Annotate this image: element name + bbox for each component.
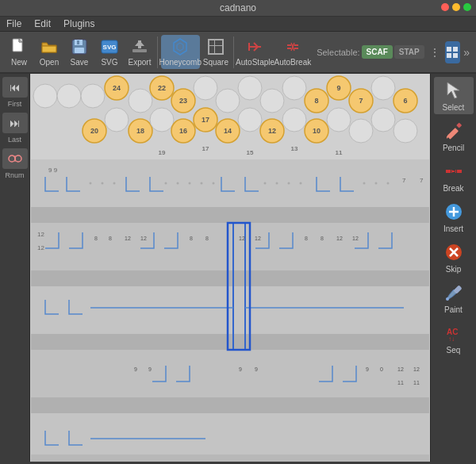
hc-empty-9 (282, 76, 306, 100)
svg-rect-43 (447, 128, 459, 140)
svg-rect-21 (453, 47, 458, 52)
autobreak-label: AutoBreak (274, 58, 312, 67)
svg-point-36 (276, 182, 278, 185)
menu-plugins[interactable]: Plugins (63, 18, 94, 29)
export-button[interactable]: Export (125, 35, 154, 69)
scaf-button[interactable]: SCAF (362, 45, 393, 59)
new-button[interactable]: New (5, 35, 33, 69)
pencil-tool-button[interactable]: Pencil (434, 117, 474, 155)
selectable-label: Selectable: (317, 48, 359, 57)
save-button[interactable]: Save (65, 35, 94, 69)
autobreak-button[interactable]: AutoBreak (275, 35, 311, 69)
hc-24-label: 24 (113, 84, 121, 92)
close-button[interactable] (441, 3, 449, 11)
svg-point-24 (9, 155, 15, 162)
paint-tool-button[interactable]: Paint (434, 279, 474, 316)
svg-rect-20 (447, 47, 451, 52)
num-r2-4: 12 (140, 236, 147, 241)
hc-empty-6 (216, 89, 240, 113)
hc-empty-16 (349, 119, 373, 143)
pencil-icon (443, 120, 465, 142)
first-button[interactable]: ⏮ (2, 77, 28, 98)
svg-rect-22 (447, 53, 451, 58)
paint-icon (443, 282, 465, 304)
pencil-label: Pencil (443, 144, 464, 152)
break-tool-button[interactable]: Break (434, 158, 474, 195)
num-r2-8: 12 (255, 236, 261, 241)
rnum-button[interactable] (2, 148, 28, 169)
row-4-divider (31, 397, 429, 413)
maximize-button[interactable] (463, 3, 471, 11)
export-label: Export (129, 58, 152, 67)
num-r4-1: 9 (134, 366, 137, 372)
hc-empty-10 (371, 76, 395, 100)
skip-label: Skip (446, 265, 461, 274)
svg-point-32 (189, 182, 191, 185)
svg-icon: SVG (100, 37, 119, 56)
svg-point-41 (387, 182, 390, 185)
hc-empty-15 (327, 108, 351, 132)
hc-empty-8 (260, 89, 284, 113)
square-icon (206, 37, 225, 56)
new-icon (10, 37, 29, 56)
seq-tool-button[interactable]: AC ↑↓ Seq (434, 320, 474, 357)
coord-label-2a: 12 (37, 231, 44, 238)
rnum-icon (6, 150, 24, 167)
insert-icon (443, 201, 465, 223)
skip-tool-button[interactable]: Skip (434, 239, 474, 276)
svg-marker-14 (174, 39, 186, 55)
left-panel: ⏮ First ⏭ Last Rnum (0, 74, 30, 462)
row-5-bg (31, 413, 429, 462)
canvas-area[interactable]: 24 22 23 8 9 7 6 20 1 (30, 74, 430, 462)
autobreak-icon (283, 37, 302, 56)
honeycomb-button[interactable]: Honeycomb (161, 35, 200, 69)
menu-file[interactable]: File (6, 18, 21, 29)
num-r4-9: 11 (397, 380, 404, 385)
svg-point-58 (446, 297, 449, 301)
svg-rect-8 (77, 40, 79, 44)
menu-edit[interactable]: Edit (34, 18, 51, 29)
svg-point-29 (113, 182, 116, 185)
svg-point-34 (213, 182, 215, 185)
hc-20-label: 20 (90, 127, 98, 135)
autostaple-button[interactable]: AutoStaple (237, 35, 274, 69)
app-title: cadnano (220, 2, 256, 13)
svg-rect-49 (455, 170, 456, 173)
svg-point-30 (165, 182, 167, 185)
toolbar-more-dots[interactable]: ⋮ (426, 46, 443, 59)
num-r2-1: 8 (94, 236, 98, 241)
svg-point-38 (300, 182, 302, 185)
toolbar: New Open Save SVG (0, 32, 476, 74)
coord-label-r1b: 7 (420, 177, 424, 184)
svg-point-33 (201, 182, 203, 185)
square-button[interactable]: Square (202, 35, 230, 69)
svg-button[interactable]: SVG SVG (95, 35, 124, 69)
minimize-button[interactable] (452, 3, 460, 11)
hc-16-label: 16 (179, 127, 187, 135)
toolbar-expand-button[interactable]: » (462, 46, 471, 59)
select-tool-button[interactable]: Select (434, 77, 474, 114)
open-button[interactable]: Open (35, 35, 63, 69)
honeycomb-label: Honeycomb (159, 58, 202, 67)
honeycomb-icon (171, 37, 190, 56)
svg-label: SVG (101, 58, 117, 67)
hc-empty-14 (282, 108, 306, 132)
num-r2-7: 12 (239, 236, 245, 241)
num-r4-3: 9 (239, 366, 242, 372)
square-label: Square (203, 58, 228, 67)
num-r2-11: 12 (336, 236, 343, 241)
hc-14-label: 14 (224, 127, 232, 135)
insert-tool-button[interactable]: Insert (434, 198, 474, 236)
grid-view-button[interactable] (445, 41, 460, 63)
skip-icon (443, 241, 465, 263)
svg-point-39 (363, 182, 366, 185)
svg-point-40 (375, 182, 378, 185)
row-label-17: 17 (202, 145, 209, 152)
toolbar-separator-1 (157, 36, 158, 68)
last-button[interactable]: ⏭ (2, 113, 28, 133)
row-label-11: 11 (336, 149, 343, 156)
main-canvas[interactable]: 24 22 23 8 9 7 6 20 1 (30, 74, 430, 462)
stap-button[interactable]: STAP (394, 45, 424, 59)
row-4-bg (31, 350, 429, 397)
row-label-15: 15 (247, 149, 254, 156)
